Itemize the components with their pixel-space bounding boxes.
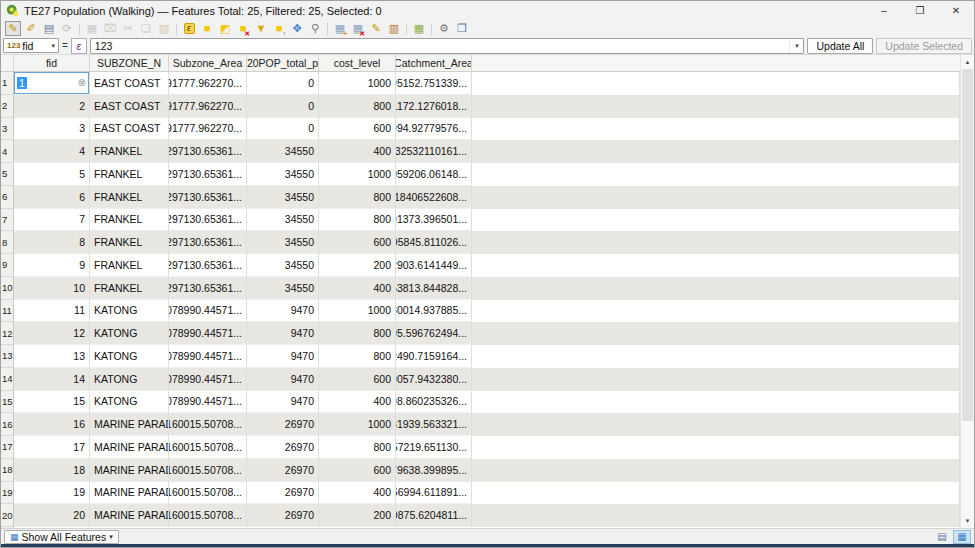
cell-subzone-n[interactable]: FRANKEL bbox=[90, 254, 169, 277]
cell-subzone-n[interactable]: FRANKEL bbox=[90, 231, 169, 254]
field-select-combo[interactable]: 123 fid ▾ bbox=[3, 38, 59, 53]
cell-2020pop-total-pop[interactable]: 34550 bbox=[247, 209, 319, 232]
cell-catchment-area[interactable]: 498.860235326... bbox=[396, 391, 472, 414]
scroll-up-icon[interactable]: ▲ bbox=[961, 55, 974, 69]
invert-selection-button[interactable]: ◩ bbox=[217, 21, 233, 36]
cell-catchment-area[interactable]: 180014.937885... bbox=[396, 300, 472, 323]
cell-2020pop-total-pop[interactable]: 34550 bbox=[247, 254, 319, 277]
cell-2020pop-total-pop[interactable]: 34550 bbox=[247, 140, 319, 163]
select-all-button[interactable]: ■ bbox=[199, 21, 215, 36]
cell-cost-level[interactable]: 200 bbox=[319, 504, 396, 527]
row-number[interactable]: 19 bbox=[1, 482, 14, 505]
cell-subzone-n[interactable]: MARINE PARADE bbox=[90, 413, 169, 436]
cell-cost-level[interactable]: 1000 bbox=[319, 300, 396, 323]
cell-catchment-area[interactable]: 2994.92779576... bbox=[396, 118, 472, 141]
cell-fid[interactable]: 1⊗ bbox=[14, 72, 90, 95]
cell-subzone-area[interactable]: 591777.962270... bbox=[169, 118, 247, 141]
column-header-cost-level[interactable]: cost_level bbox=[319, 55, 396, 71]
cell-catchment-area[interactable]: 153813.844828... bbox=[396, 277, 472, 300]
cell-catchment-area[interactable]: 7.18406522608... bbox=[396, 186, 472, 209]
zoom-map-to-selection-button[interactable]: ⚲ bbox=[307, 21, 323, 36]
cell-catchment-area[interactable]: 89875.6204811... bbox=[396, 504, 472, 527]
save-edits-button[interactable]: ▤ bbox=[41, 21, 57, 36]
row-number[interactable]: 11 bbox=[1, 300, 14, 323]
cell-fid[interactable]: 18 bbox=[14, 459, 90, 482]
cell-cost-level[interactable]: 1000 bbox=[319, 413, 396, 436]
move-selection-to-top-button[interactable]: ■↑ bbox=[271, 21, 287, 36]
cell-fid[interactable]: 7 bbox=[14, 209, 90, 232]
table-view-button[interactable]: ▦ bbox=[953, 530, 971, 544]
cell-2020pop-total-pop[interactable]: 9470 bbox=[247, 300, 319, 323]
cell-fid[interactable]: 13 bbox=[14, 345, 90, 368]
cell-2020pop-total-pop[interactable]: 26970 bbox=[247, 482, 319, 505]
cell-2020pop-total-pop[interactable]: 34550 bbox=[247, 277, 319, 300]
scrollbar-thumb[interactable] bbox=[962, 69, 973, 421]
cell-subzone-area[interactable]: 1160015.50708... bbox=[169, 482, 247, 505]
cell-fid[interactable]: 16 bbox=[14, 413, 90, 436]
cell-cost-level[interactable]: 1000 bbox=[319, 163, 396, 186]
deselect-all-button[interactable]: ■✕ bbox=[235, 21, 251, 36]
cell-subzone-area[interactable]: 4297130.65361... bbox=[169, 254, 247, 277]
row-number[interactable]: 13 bbox=[1, 345, 14, 368]
cell-2020pop-total-pop[interactable]: 34550 bbox=[247, 231, 319, 254]
cell-catchment-area[interactable]: 19057.9432380... bbox=[396, 368, 472, 391]
cell-2020pop-total-pop[interactable]: 9470 bbox=[247, 322, 319, 345]
show-all-features-button[interactable]: ▦ Show All Features ▾ bbox=[4, 530, 119, 544]
row-number[interactable]: 3 bbox=[1, 118, 14, 141]
delete-field-button[interactable]: ▦✕ bbox=[350, 21, 366, 36]
row-number[interactable]: 6 bbox=[1, 186, 14, 209]
cell-subzone-area[interactable]: 4297130.65361... bbox=[169, 209, 247, 232]
cell-subzone-area[interactable]: 1160015.50708... bbox=[169, 436, 247, 459]
cell-cost-level[interactable]: 600 bbox=[319, 231, 396, 254]
cell-cost-level[interactable]: 800 bbox=[319, 436, 396, 459]
cell-cost-level[interactable]: 600 bbox=[319, 118, 396, 141]
cell-subzone-n[interactable]: KATONG bbox=[90, 391, 169, 414]
cell-subzone-area[interactable]: 4297130.65361... bbox=[169, 186, 247, 209]
cell-2020pop-total-pop[interactable]: 9470 bbox=[247, 391, 319, 414]
cell-subzone-area[interactable]: 1078990.44571... bbox=[169, 391, 247, 414]
cell-catchment-area[interactable]: 0.32532110161... bbox=[396, 140, 472, 163]
cell-subzone-area[interactable]: 1078990.44571... bbox=[169, 300, 247, 323]
scroll-down-icon[interactable]: ▼ bbox=[961, 514, 974, 528]
chevron-down-icon[interactable]: ▾ bbox=[789, 39, 803, 53]
cell-subzone-area[interactable]: 4297130.65361... bbox=[169, 163, 247, 186]
cell-subzone-area[interactable]: 4297130.65361... bbox=[169, 140, 247, 163]
row-number[interactable]: 7 bbox=[1, 209, 14, 232]
cell-fid[interactable]: 9 bbox=[14, 254, 90, 277]
cell-cost-level[interactable]: 800 bbox=[319, 345, 396, 368]
cell-subzone-area[interactable]: 1078990.44571... bbox=[169, 345, 247, 368]
cell-fid[interactable]: 20 bbox=[14, 504, 90, 527]
cell-fid[interactable]: 11 bbox=[14, 300, 90, 323]
cell-fid[interactable]: 10 bbox=[14, 277, 90, 300]
cell-subzone-n[interactable]: EAST COAST bbox=[90, 118, 169, 141]
cell-2020pop-total-pop[interactable]: 26970 bbox=[247, 504, 319, 527]
cell-2020pop-total-pop[interactable]: 0 bbox=[247, 95, 319, 118]
cell-catchment-area[interactable]: 457219.651130... bbox=[396, 436, 472, 459]
cell-fid[interactable]: 5 bbox=[14, 163, 90, 186]
minimize-button[interactable]: – bbox=[866, 1, 902, 20]
cell-fid[interactable]: 12 bbox=[14, 322, 90, 345]
cell-cost-level[interactable]: 400 bbox=[319, 140, 396, 163]
cell-fid[interactable]: 15 bbox=[14, 391, 90, 414]
row-number[interactable]: 4 bbox=[1, 140, 14, 163]
cell-cost-level[interactable]: 400 bbox=[319, 482, 396, 505]
dock-attribute-table-button[interactable]: ❐ bbox=[454, 21, 470, 36]
cell-fid[interactable]: 14 bbox=[14, 368, 90, 391]
cell-cost-level[interactable]: 800 bbox=[319, 186, 396, 209]
toggle-editing-button[interactable]: ✎ bbox=[5, 21, 21, 36]
cell-subzone-n[interactable]: KATONG bbox=[90, 345, 169, 368]
cell-catchment-area[interactable]: 395845.811026... bbox=[396, 231, 472, 254]
cell-subzone-area[interactable]: 1078990.44571... bbox=[169, 322, 247, 345]
cell-fid[interactable]: 17 bbox=[14, 436, 90, 459]
cell-2020pop-total-pop[interactable]: 34550 bbox=[247, 163, 319, 186]
update-all-button[interactable]: Update All bbox=[807, 38, 873, 54]
cell-subzone-area[interactable]: 591777.962270... bbox=[169, 72, 247, 95]
cell-catchment-area[interactable]: 82490.7159164... bbox=[396, 345, 472, 368]
value-input[interactable] bbox=[91, 40, 790, 52]
actions-button[interactable]: ⚙ bbox=[436, 21, 452, 36]
expression-builder-button[interactable]: ε bbox=[71, 38, 87, 54]
cell-cost-level[interactable]: 400 bbox=[319, 277, 396, 300]
cell-subzone-area[interactable]: 591777.962270... bbox=[169, 95, 247, 118]
cell-editor[interactable]: 1⊗ bbox=[14, 72, 89, 94]
cell-catchment-area[interactable]: 256994.611891... bbox=[396, 482, 472, 505]
